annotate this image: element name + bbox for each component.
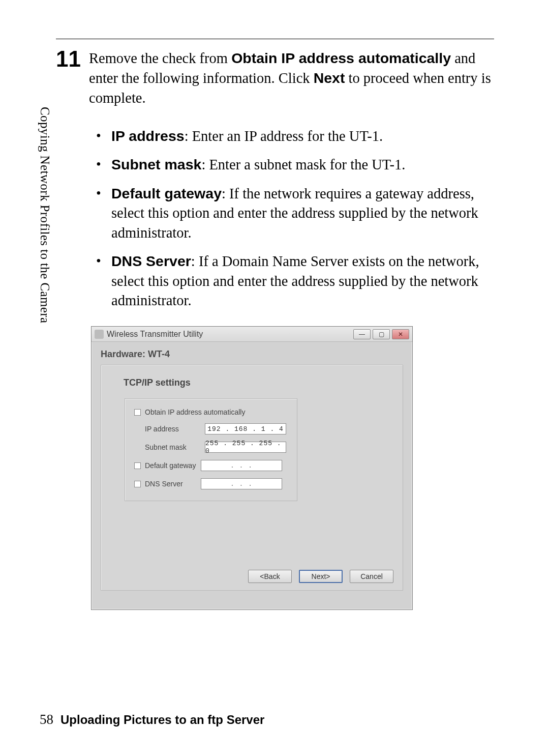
cancel-button[interactable]: Cancel	[350, 570, 393, 583]
dialog-titlebar[interactable]: Wireless Transmitter Utility — ▢ ✕	[92, 327, 412, 342]
app-icon	[95, 330, 104, 339]
bullet-gateway-label: Default gateway	[111, 185, 222, 201]
next-button[interactable]: Next>	[299, 570, 343, 583]
close-button[interactable]: ✕	[392, 329, 409, 339]
maximize-button[interactable]: ▢	[373, 329, 390, 339]
step-number: 11	[56, 46, 81, 72]
page-number: 58	[40, 712, 53, 727]
label-dns: DNS Server	[145, 480, 201, 488]
minimize-button[interactable]: —	[353, 329, 371, 339]
sidebar-section-label: Copying Network Profiles to the Camera	[38, 107, 52, 324]
bullet-list: IP address: Enter an IP address for the …	[89, 126, 494, 319]
dialog-wireless-transmitter: Wireless Transmitter Utility — ▢ ✕ Hardw…	[91, 326, 413, 610]
header-rule	[56, 39, 494, 39]
step-instruction: Remove the check from Obtain IP address …	[89, 48, 494, 108]
page: Copying Network Profiles to the Camera 1…	[0, 0, 549, 756]
bullet-gateway: Default gateway: If the network requires…	[89, 184, 494, 243]
input-gateway[interactable]: . . .	[201, 460, 282, 471]
dialog-hardware: Hardware: WT-4	[99, 347, 405, 365]
label-gateway: Default gateway	[145, 461, 201, 470]
input-dns[interactable]: . . .	[201, 478, 282, 489]
row-ip: IP address 192 . 168 . 1 . 4	[134, 423, 288, 434]
bullet-ip-label: IP address	[111, 128, 185, 144]
checkbox-dns[interactable]	[134, 481, 141, 487]
footer-title: Uploading Pictures to an ftp Server	[60, 713, 264, 726]
page-footer: 58 Uploading Pictures to an ftp Server	[40, 712, 264, 728]
label-subnet: Subnet mask	[145, 443, 205, 451]
dialog-section-title: TCP/IP settings	[124, 377, 390, 388]
label-obtain-auto: Obtain IP address automatically	[145, 408, 245, 416]
dialog-button-row: <Back Next> Cancel	[248, 570, 393, 583]
dialog-panel: TCP/IP settings Obtain IP address automa…	[101, 365, 403, 591]
checkbox-gateway[interactable]	[134, 462, 141, 469]
window-controls: — ▢ ✕	[353, 329, 409, 339]
input-ip[interactable]: 192 . 168 . 1 . 4	[205, 423, 286, 434]
row-obtain-auto: Obtain IP address automatically	[134, 408, 288, 416]
label-ip: IP address	[145, 425, 205, 433]
row-gateway: Default gateway . . .	[134, 460, 288, 471]
input-subnet[interactable]: 255 . 255 . 255 . 0	[205, 442, 286, 453]
checkbox-obtain-auto[interactable]	[134, 409, 141, 416]
bullet-ip-text: : Enter an IP address for the UT-1.	[185, 128, 383, 144]
row-subnet: Subnet mask 255 . 255 . 255 . 0	[134, 442, 288, 453]
step-bold-obtain: Obtain IP address automatically	[231, 50, 451, 66]
dialog-title: Wireless Transmitter Utility	[107, 330, 353, 339]
bullet-dns: DNS Server: If a Domain Name Server exis…	[89, 251, 494, 310]
dialog-body: Hardware: WT-4 TCP/IP settings Obtain IP…	[92, 342, 412, 598]
bullet-ip: IP address: Enter an IP address for the …	[89, 126, 494, 146]
bullet-subnet-label: Subnet mask	[111, 156, 201, 172]
bullet-subnet: Subnet mask: Enter a subnet mask for the…	[89, 155, 494, 175]
bullet-dns-label: DNS Server	[111, 253, 191, 269]
step-text-a: Remove the check from	[89, 50, 231, 66]
step-bold-next: Next	[314, 70, 345, 86]
back-button[interactable]: <Back	[248, 570, 292, 583]
dialog-fields: Obtain IP address automatically IP addre…	[125, 398, 297, 501]
bullet-subnet-text: : Enter a subnet mask for the UT-1.	[201, 157, 405, 172]
row-dns: DNS Server . . .	[134, 478, 288, 489]
